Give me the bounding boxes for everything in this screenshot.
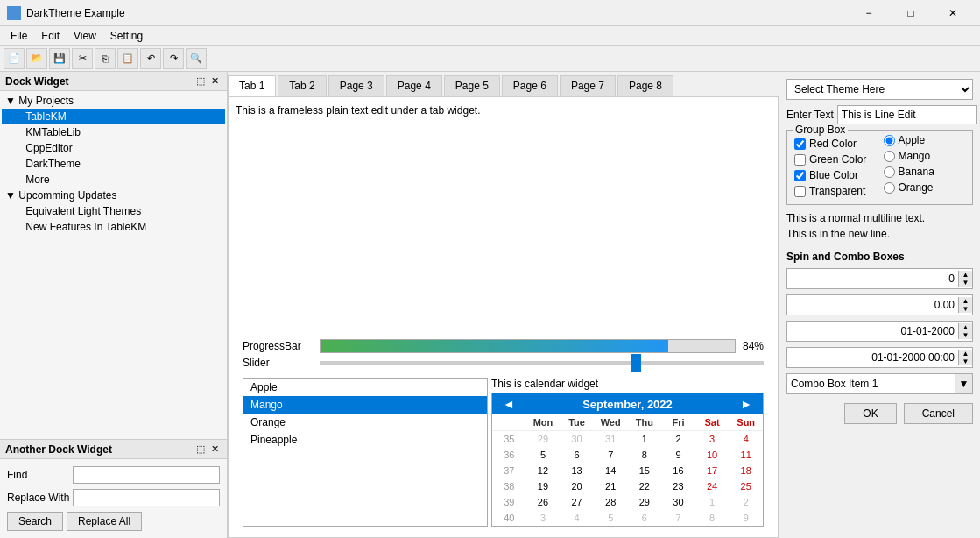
tab-page4[interactable]: Page 4 — [386, 75, 442, 96]
redo-button[interactable]: ↷ — [163, 48, 184, 69]
spin1-up-button[interactable]: ▲ — [959, 271, 972, 279]
tree-item-light-themes[interactable]: Equivalent Light Themes — [2, 203, 225, 219]
copy-button[interactable]: ⎘ — [95, 48, 116, 69]
tab-page3[interactable]: Page 3 — [328, 75, 384, 96]
tab-page6[interactable]: Page 6 — [502, 75, 558, 96]
cal-day-w36-6[interactable]: 10 — [695, 447, 730, 463]
cal-day-w35-4[interactable]: 1 — [628, 431, 662, 447]
new-button[interactable]: 📄 — [4, 48, 25, 69]
cal-day-w38-5[interactable]: 23 — [661, 478, 695, 494]
save-button[interactable]: 💾 — [49, 48, 70, 69]
cal-day-w40-5[interactable]: 7 — [661, 510, 695, 526]
cal-day-w36-2[interactable]: 6 — [560, 447, 594, 463]
list-item-mango[interactable]: Mango — [243, 396, 487, 414]
tree-root-2[interactable]: ▼ Upcomming Updates — [2, 188, 225, 203]
dock-close-button[interactable]: ✕ — [208, 74, 222, 88]
calendar-next-button[interactable]: ► — [733, 397, 759, 411]
tab-page5[interactable]: Page 5 — [444, 75, 500, 96]
menu-view[interactable]: View — [67, 28, 103, 43]
cal-day-w37-3[interactable]: 14 — [594, 463, 628, 478]
cal-day-w38-4[interactable]: 22 — [628, 478, 662, 494]
search-toolbar-button[interactable]: 🔍 — [186, 48, 207, 69]
spin1-down-button[interactable]: ▼ — [959, 279, 972, 287]
cal-day-w37-5[interactable]: 16 — [661, 463, 695, 478]
tab-1[interactable]: Tab 1 — [228, 75, 276, 96]
radio-banana-input[interactable] — [884, 166, 895, 178]
replace-input[interactable] — [73, 489, 220, 506]
cal-day-w38-2[interactable]: 20 — [560, 478, 594, 494]
menu-file[interactable]: File — [4, 28, 34, 43]
spin2-down-button[interactable]: ▼ — [959, 305, 972, 313]
cal-day-w38-6[interactable]: 24 — [695, 478, 730, 494]
dock-float-button[interactable]: ⬚ — [194, 74, 208, 88]
menu-edit[interactable]: Edit — [34, 28, 67, 43]
date1-up-button[interactable]: ▲ — [959, 323, 972, 331]
tree-item-more[interactable]: More — [2, 172, 225, 188]
list-item-pineapple[interactable]: Pineapple — [243, 431, 487, 449]
cal-day-w36-1[interactable]: 5 — [526, 447, 561, 463]
calendar-prev-button[interactable]: ◄ — [496, 397, 522, 411]
maximize-button[interactable]: □ — [891, 4, 931, 23]
open-button[interactable]: 📂 — [26, 48, 47, 69]
slider-thumb[interactable] — [631, 354, 641, 372]
tab-page8[interactable]: Page 8 — [617, 75, 673, 96]
tree-item-darktheme[interactable]: DarkTheme — [2, 156, 225, 172]
cal-day-w36-5[interactable]: 9 — [661, 447, 695, 463]
date1-down-button[interactable]: ▼ — [959, 331, 972, 339]
tree-item-kmtablelib[interactable]: KMTableLib — [2, 124, 225, 140]
cal-day-w37-1[interactable]: 12 — [526, 463, 561, 478]
tree-root-1[interactable]: ▼ My Projects — [2, 93, 225, 109]
tree-item-tablekm[interactable]: TableKM — [2, 109, 225, 124]
combo-dropdown-button[interactable]: ▼ — [955, 374, 972, 393]
cal-day-w39-6[interactable]: 1 — [695, 494, 730, 510]
checkbox-transparent-input[interactable] — [794, 186, 806, 197]
cal-day-w35-7[interactable]: 4 — [729, 431, 763, 447]
checkbox-green-input[interactable] — [794, 154, 806, 166]
cal-day-w39-4[interactable]: 29 — [628, 494, 662, 510]
radio-mango-input[interactable] — [884, 151, 895, 162]
cal-day-w37-7[interactable]: 18 — [729, 463, 763, 478]
minimize-button[interactable]: − — [849, 4, 889, 23]
find-input[interactable] — [73, 466, 220, 484]
line-edit-input[interactable] — [837, 105, 977, 124]
cal-day-w37-4[interactable]: 15 — [628, 463, 662, 478]
cal-day-w39-1[interactable]: 26 — [526, 494, 561, 510]
list-item-apple[interactable]: Apple — [243, 379, 487, 396]
tree-item-cppeditor[interactable]: CppEditor — [2, 140, 225, 156]
theme-select[interactable]: Select Theme Here Dark Theme Light Theme — [786, 79, 973, 100]
search-button[interactable]: Search — [7, 512, 63, 531]
dock-bottom-close-button[interactable]: ✕ — [208, 442, 222, 457]
slider-track[interactable] — [320, 361, 764, 365]
ok-button[interactable]: OK — [844, 403, 896, 424]
cal-day-w36-4[interactable]: 8 — [628, 447, 662, 463]
cal-day-w36-3[interactable]: 7 — [594, 447, 628, 463]
cal-day-w40-4[interactable]: 6 — [628, 510, 662, 526]
cal-day-w39-3[interactable]: 28 — [594, 494, 628, 510]
cal-day-w40-7[interactable]: 9 — [729, 510, 763, 526]
checkbox-blue-input[interactable] — [794, 170, 806, 181]
cal-day-w37-6[interactable]: 17 — [695, 463, 730, 478]
menu-setting[interactable]: Setting — [103, 28, 150, 43]
tab-page7[interactable]: Page 7 — [560, 75, 616, 96]
cal-day-w39-2[interactable]: 27 — [560, 494, 594, 510]
cal-day-w40-2[interactable]: 4 — [560, 510, 594, 526]
cut-button[interactable]: ✂ — [72, 48, 93, 69]
cal-day-w37-2[interactable]: 13 — [560, 463, 594, 478]
radio-orange-input[interactable] — [884, 182, 895, 194]
radio-apple-input[interactable] — [884, 135, 895, 146]
datetime-up-button[interactable]: ▲ — [959, 350, 972, 357]
cal-day-w40-1[interactable]: 3 — [526, 510, 561, 526]
cal-day-w35-1[interactable]: 29 — [526, 431, 561, 447]
cal-day-w35-5[interactable]: 2 — [661, 431, 695, 447]
dock-bottom-float-button[interactable]: ⬚ — [194, 442, 208, 457]
cal-day-w35-6[interactable]: 3 — [695, 431, 730, 447]
cal-day-w36-7[interactable]: 11 — [729, 447, 763, 463]
cal-day-w38-3[interactable]: 21 — [594, 478, 628, 494]
datetime-down-button[interactable]: ▼ — [959, 357, 972, 365]
cal-day-w40-3[interactable]: 5 — [594, 510, 628, 526]
cal-day-w35-2[interactable]: 30 — [560, 431, 594, 447]
tree-item-new-features[interactable]: New Features In TableKM — [2, 219, 225, 235]
checkbox-red-input[interactable] — [794, 138, 806, 150]
cal-day-w39-7[interactable]: 2 — [729, 494, 763, 510]
list-item-orange[interactable]: Orange — [243, 414, 487, 431]
